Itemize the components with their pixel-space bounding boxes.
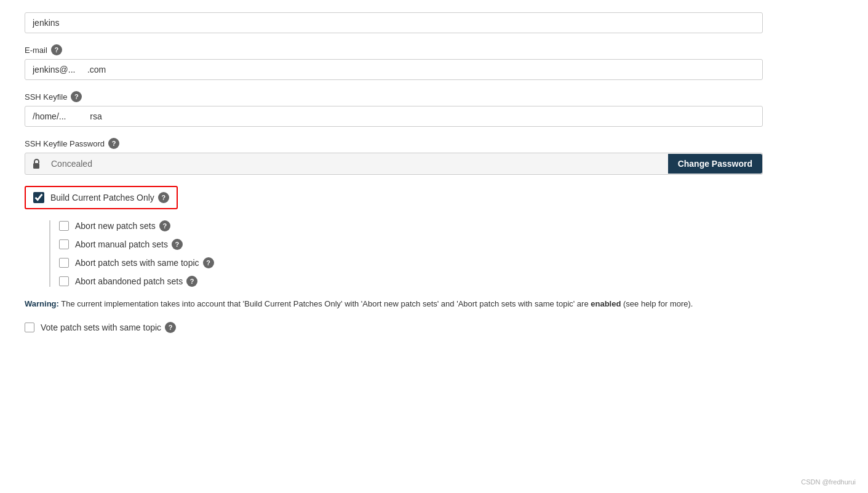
abort-patch-sets-same-topic-help-icon[interactable]: ? <box>203 257 214 268</box>
vote-patch-sets-label-text: Vote patch sets with same topic <box>41 323 161 332</box>
email-label-text: E-mail <box>25 46 47 55</box>
warning-suffix: (see help for more). <box>621 299 693 308</box>
ssh-keyfile-label: SSH Keyfile ? <box>25 91 843 102</box>
ssh-keyfile-password-help-icon[interactable]: ? <box>108 138 119 149</box>
ssh-keyfile-password-label-text: SSH Keyfile Password <box>25 139 105 148</box>
abort-abandoned-patch-sets-checkbox[interactable] <box>59 276 69 286</box>
vote-patch-sets-label: Vote patch sets with same topic ? <box>41 322 176 333</box>
ssh-keyfile-section: SSH Keyfile ? <box>25 91 843 127</box>
email-help-icon[interactable]: ? <box>51 44 62 55</box>
build-current-patches-label: Build Current Patches Only ? <box>50 192 169 203</box>
warning-text: Warning: The current implementation take… <box>25 298 701 311</box>
ssh-keyfile-label-text: SSH Keyfile <box>25 92 67 102</box>
sub-checkboxes-container: Abort new patch sets ? Abort manual patc… <box>49 220 843 287</box>
warning-body: The current implementation takes into ac… <box>59 299 591 308</box>
abort-patch-sets-same-topic-row: Abort patch sets with same topic ? <box>59 257 843 268</box>
username-input[interactable]: jenkins <box>25 12 763 33</box>
svg-rect-0 <box>33 163 39 169</box>
change-password-button[interactable]: Change Password <box>668 154 762 174</box>
ssh-keyfile-password-section: SSH Keyfile Password ? Concealed Change … <box>25 138 843 175</box>
warning-prefix: Warning: <box>25 299 59 308</box>
vote-patch-sets-row: Vote patch sets with same topic ? <box>25 322 843 333</box>
concealed-text: Concealed <box>47 154 668 174</box>
abort-manual-patch-sets-row: Abort manual patch sets ? <box>59 239 843 250</box>
build-current-patches-section: Build Current Patches Only ? <box>25 186 843 218</box>
abort-patch-sets-same-topic-label: Abort patch sets with same topic ? <box>75 257 214 268</box>
vote-patch-sets-checkbox[interactable] <box>25 323 34 332</box>
ssh-keyfile-password-label: SSH Keyfile Password ? <box>25 138 843 149</box>
ssh-keyfile-input[interactable] <box>25 106 763 127</box>
build-current-patches-help-icon[interactable]: ? <box>158 192 169 203</box>
build-current-patches-checkbox[interactable] <box>33 192 44 203</box>
abort-abandoned-patch-sets-row: Abort abandoned patch sets ? <box>59 276 843 287</box>
abort-new-patch-sets-help-icon[interactable]: ? <box>159 220 170 231</box>
abort-new-patch-sets-row: Abort new patch sets ? <box>59 220 843 231</box>
username-section: jenkins <box>25 12 843 33</box>
email-section: E-mail ? <box>25 44 843 80</box>
abort-new-patch-sets-checkbox[interactable] <box>59 221 69 231</box>
lock-icon <box>25 153 47 174</box>
abort-abandoned-patch-sets-label: Abort abandoned patch sets ? <box>75 276 197 287</box>
ssh-keyfile-help-icon[interactable]: ? <box>71 91 82 102</box>
abort-manual-patch-sets-label-text: Abort manual patch sets <box>75 239 168 249</box>
warning-bold-enabled: enabled <box>591 299 621 308</box>
email-label: E-mail ? <box>25 44 843 55</box>
abort-abandoned-patch-sets-label-text: Abort abandoned patch sets <box>75 276 183 286</box>
email-input[interactable] <box>25 59 763 80</box>
password-row: Concealed Change Password <box>25 153 763 175</box>
abort-new-patch-sets-label-text: Abort new patch sets <box>75 221 156 231</box>
abort-abandoned-patch-sets-help-icon[interactable]: ? <box>186 276 197 287</box>
build-current-patches-label-text: Build Current Patches Only <box>50 193 154 202</box>
abort-manual-patch-sets-label: Abort manual patch sets ? <box>75 239 183 250</box>
abort-patch-sets-same-topic-checkbox[interactable] <box>59 258 69 268</box>
abort-patch-sets-same-topic-label-text: Abort patch sets with same topic <box>75 258 199 268</box>
abort-manual-patch-sets-help-icon[interactable]: ? <box>172 239 183 250</box>
abort-new-patch-sets-label: Abort new patch sets ? <box>75 220 170 231</box>
abort-manual-patch-sets-checkbox[interactable] <box>59 239 69 249</box>
build-current-patches-highlighted-row: Build Current Patches Only ? <box>25 186 178 209</box>
vote-patch-sets-help-icon[interactable]: ? <box>165 322 176 333</box>
